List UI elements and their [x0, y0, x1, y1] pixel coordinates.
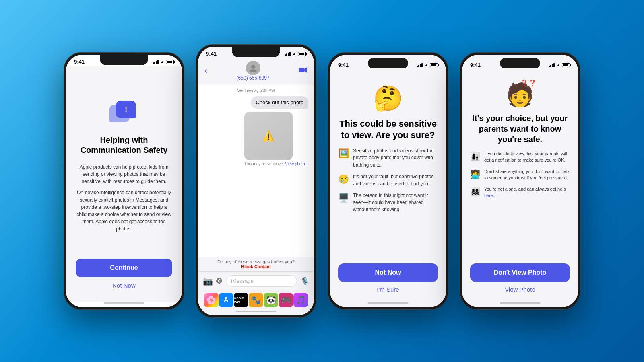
ball-dock-icon[interactable]: 🐾	[249, 293, 263, 307]
info-list: 👩‍👦 If you decide to view this, your par…	[470, 151, 570, 263]
applepay-dock-icon[interactable]: Apple Pay	[234, 293, 248, 307]
im-sure-button[interactable]: I'm Sure	[377, 286, 399, 293]
reason-text-2: It's not your fault, but sensitive photo…	[353, 173, 438, 187]
sensitive-note: This may be sensitive. View photo...	[244, 162, 308, 166]
reason-emoji-3: 🖥️	[338, 193, 349, 204]
contact-name[interactable]: (650) 555-8997	[237, 75, 270, 81]
messages-header: ‹ (650) 555-8997	[198, 58, 314, 84]
info-text-2: Don't share anything you don't want to. …	[484, 169, 570, 181]
home-indicator-2	[236, 311, 276, 312]
info-item-3: 👨‍👩‍👧‍👦 You're not alone, and can always…	[470, 186, 570, 199]
status-icons-4: ▲	[549, 63, 570, 67]
signal-4	[549, 63, 555, 67]
phone1-actions: Continue Not Now	[76, 259, 172, 289]
dynamic-island-3	[368, 58, 408, 68]
wifi-4: ▲	[556, 63, 560, 67]
thinking-emoji: 🤔	[373, 84, 403, 113]
reason-item-3: 🖥️ The person in this might not want it …	[338, 192, 438, 213]
view-photo-link[interactable]: View photo...	[285, 162, 308, 166]
signal-1	[153, 60, 159, 64]
reason-emoji-2: 😢	[338, 174, 349, 185]
reason-item-1: 🖼️ Sensitive photos and videos show the …	[338, 148, 438, 169]
camera-icon[interactable]: 📷	[203, 276, 213, 286]
phone1-title: Helping with Communication Safety	[76, 135, 172, 155]
contact-info: (650) 555-8997	[237, 61, 270, 81]
info-text-1: If you decide to view this, your parents…	[484, 151, 570, 164]
comm-safety-icon: !	[109, 101, 138, 125]
battery-4	[562, 63, 570, 67]
wifi-2: ▲	[292, 51, 296, 56]
messages-input-bar: 📷 🅐 iMessage 🎙️	[198, 272, 314, 290]
message-input[interactable]: iMessage	[226, 275, 297, 287]
notch-2	[232, 47, 280, 57]
wifi-3: ▲	[424, 63, 428, 67]
svg-point-0	[251, 65, 255, 69]
wifi-1: ▲	[160, 60, 164, 64]
home-indicator-4	[500, 302, 540, 304]
back-button[interactable]: ‹	[204, 66, 207, 76]
reason-list: 🖼️ Sensitive photos and videos show the …	[338, 148, 438, 263]
phone3-actions: Not Now I'm Sure	[338, 263, 438, 293]
phone-3: 9:41 ▲ 🤔 This could be sensitive to view…	[328, 52, 448, 310]
dont-view-button[interactable]: Don't View Photo	[470, 263, 570, 282]
parent-safe-emoji: 🧑 ❓❓	[506, 82, 534, 108]
status-icons-2: ▲	[285, 51, 306, 56]
msg-timestamp: Wednesday 5:38 PM	[204, 88, 308, 93]
reason-text-3: The person in this might not want it see…	[353, 192, 438, 213]
app-dock: 🌸 A Apple Pay 🐾 🐼 🎮 🎵	[198, 290, 314, 311]
signal-3	[417, 63, 423, 67]
info-item-2: 👩‍💻 Don't share anything you don't want …	[470, 169, 570, 181]
notch-1	[100, 55, 148, 65]
photo-message: ⚠️ This may be sensitive. View photo...	[244, 112, 308, 166]
help-link[interactable]: here.	[484, 193, 494, 198]
phone4-content: 🧑 ❓❓ It's your choice, but your parents …	[462, 70, 578, 302]
battery-3	[430, 63, 438, 67]
animal-dock-icon[interactable]: 🐼	[264, 293, 278, 307]
status-icons-1: ▲	[153, 60, 174, 64]
info-emoji-1: 👩‍👦	[470, 152, 480, 161]
block-contact-link[interactable]: Block Contact	[241, 264, 271, 269]
svg-marker-3	[304, 67, 307, 73]
time-1: 9:41	[74, 59, 85, 65]
blurred-photo: ⚠️	[244, 112, 293, 160]
appstore-icon[interactable]: 🅐	[216, 278, 223, 285]
info-text-3: You're not alone, and can always get hel…	[484, 186, 570, 199]
signal-2	[285, 52, 291, 56]
continue-button[interactable]: Continue	[76, 259, 172, 277]
reason-item-2: 😢 It's not your fault, but sensitive pho…	[338, 173, 438, 187]
info-emoji-3: 👨‍👩‍👧‍👦	[470, 187, 480, 197]
block-contact-bar: Do any of these messages bother you? Blo…	[198, 257, 314, 272]
phone-2: 9:41 ▲ ‹ (650) 555-8997	[196, 44, 316, 318]
svg-rect-2	[299, 68, 304, 72]
svg-point-1	[250, 69, 257, 72]
phone1-body: Apple products can help protect kids fro…	[76, 163, 172, 232]
battery-1	[166, 60, 174, 64]
photos-app-icon[interactable]: 🌸	[204, 293, 219, 307]
home-indicator-3	[368, 302, 408, 304]
not-now-button-3[interactable]: Not Now	[338, 263, 438, 282]
reason-text-1: Sensitive photos and videos show the pri…	[353, 148, 438, 169]
phone4-actions: Don't View Photo View Photo	[470, 263, 570, 293]
view-photo-button[interactable]: View Photo	[505, 286, 535, 293]
dynamic-island-4	[500, 58, 540, 68]
time-4: 9:41	[470, 62, 481, 68]
warning-triangle: ⚠️	[262, 130, 275, 142]
game-dock-icon[interactable]: 🎮	[279, 293, 293, 307]
battery-2	[298, 52, 306, 56]
status-icons-3: ▲	[417, 63, 438, 67]
time-2: 9:41	[206, 51, 217, 57]
info-item-1: 👩‍👦 If you decide to view this, your par…	[470, 151, 570, 164]
contact-avatar	[246, 61, 260, 75]
appstore-dock-icon[interactable]: A	[219, 293, 233, 307]
mic-icon[interactable]: 🎙️	[300, 277, 309, 286]
phone1-content: ! Helping with Communication Safety Appl…	[66, 66, 182, 302]
video-call-button[interactable]	[299, 67, 308, 75]
reason-emoji-1: 🖼️	[338, 148, 349, 159]
info-emoji-2: 👩‍💻	[470, 169, 480, 179]
phone-1: 9:41 ▲ !	[64, 52, 184, 310]
messages-body: Wednesday 5:38 PM Check out this photo ⚠…	[198, 84, 314, 257]
music-dock-icon[interactable]: 🎵	[293, 293, 308, 307]
phone3-title: This could be sensitive to view. Are you…	[338, 118, 438, 140]
msg-bubble: Check out this photo	[251, 96, 308, 109]
not-now-button-1[interactable]: Not Now	[112, 282, 136, 289]
